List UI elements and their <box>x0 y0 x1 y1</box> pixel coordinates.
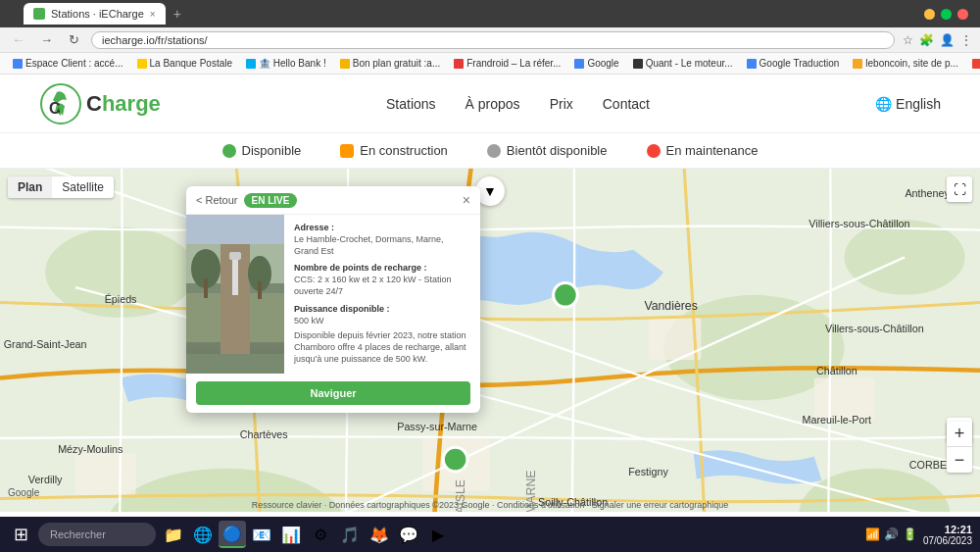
svg-rect-69 <box>258 281 262 299</box>
svg-point-54 <box>443 447 467 472</box>
tab-close-btn[interactable]: × <box>150 9 156 20</box>
bookmark-favicon <box>246 59 256 69</box>
popup-body: Adresse : Le Hamble-Crochet, Dormans, Ma… <box>186 215 480 374</box>
maintenance-label: En maintenance <box>666 143 759 158</box>
taskbar-app-firefox[interactable]: 🦊 <box>366 521 393 548</box>
taskbar-app-chrome[interactable]: 🔵 <box>219 521 246 548</box>
tab-bar: Stations · iECharge × + <box>24 3 916 25</box>
maximize-btn[interactable] <box>941 9 952 20</box>
logo-icon: C <box>39 82 82 125</box>
address-input[interactable] <box>91 31 895 49</box>
bientot-dot <box>487 144 501 158</box>
website-content: C Charge Stations À propos Prix Contact … <box>0 75 980 517</box>
points-value: CCS: 2 x 160 kw et 2 x 120 kW - Station … <box>294 275 470 297</box>
taskbar-app-edge[interactable]: 🌐 <box>189 521 217 548</box>
nav-links: Stations À propos Prix Contact <box>386 96 650 112</box>
bookmark-hello-bank[interactable]: 🏦 Hello Bank ! <box>241 57 331 70</box>
site-nav: C Charge Stations À propos Prix Contact … <box>0 75 980 133</box>
disponible-label: Disponible <box>242 143 302 158</box>
popup-info: Adresse : Le Hamble-Crochet, Dormans, Ma… <box>284 215 480 374</box>
nav-stations[interactable]: Stations <box>386 96 436 112</box>
tray-sound-icon: 🔊 <box>884 527 899 541</box>
navigate-btn[interactable]: Naviguer <box>196 381 470 405</box>
status-disponible: Disponible <box>222 143 302 158</box>
bookmark-banque-postale[interactable]: La Banque Postale <box>132 57 238 70</box>
back-btn[interactable]: ← <box>8 30 28 49</box>
svg-text:Passy-sur-Marne: Passy-sur-Marne <box>397 421 477 432</box>
bookmark-quant[interactable]: Quant - Le moteur... <box>628 57 738 70</box>
menu-icon[interactable]: ⋮ <box>960 33 972 47</box>
taskbar-app-messages[interactable]: 💬 <box>395 521 422 548</box>
map-zoom-controls: + − <box>947 422 972 473</box>
taskbar-app-settings[interactable]: ⚙ <box>307 521 334 548</box>
reload-btn[interactable]: ↻ <box>65 30 83 49</box>
satellite-btn[interactable]: Satellite <box>52 176 114 198</box>
svg-rect-70 <box>232 254 238 303</box>
popup-header-left: < Retour EN LIVE <box>196 193 297 208</box>
forward-btn[interactable]: → <box>36 30 57 49</box>
bookmark-mailo[interactable]: Mailo, la messageri... <box>967 57 980 70</box>
zoom-in-btn[interactable]: + <box>947 422 972 447</box>
bookmark-espace-client[interactable]: Espace Client : accé... <box>8 57 128 70</box>
status-bientot: Bientôt disponible <box>487 143 608 158</box>
svg-text:C: C <box>49 100 61 117</box>
new-tab-btn[interactable]: + <box>173 6 181 22</box>
minimize-btn[interactable] <box>924 9 935 20</box>
bookmark-bon-plan[interactable]: Bon plan gratuit :a... <box>335 57 446 70</box>
active-tab[interactable]: Stations · iECharge × <box>24 3 166 25</box>
popup-close-btn[interactable]: × <box>463 192 470 208</box>
profile-icon[interactable]: 👤 <box>940 33 955 47</box>
plan-btn[interactable]: Plan <box>8 176 52 198</box>
svg-text:Grand-Saint-Jean: Grand-Saint-Jean <box>4 338 87 350</box>
bookmark-favicon <box>853 59 862 69</box>
google-watermark: Google <box>8 487 39 498</box>
map-container[interactable]: Dormans Passy-sur-Marne Vandières Châtil… <box>0 169 980 512</box>
svg-rect-65 <box>186 215 284 244</box>
addr-value: Le Hamble-Crochet, Dormans, Marne, Grand… <box>294 234 470 257</box>
svg-text:Mareuil-le-Port: Mareuil-le-Port <box>803 414 872 426</box>
tray-network-icon: 📶 <box>865 527 880 541</box>
bookmark-leboncoin[interactable]: leboncoin, site de p... <box>848 57 963 70</box>
maintenance-dot <box>647 144 661 158</box>
popup-card: < Retour EN LIVE × <box>186 186 480 413</box>
bookmark-google[interactable]: Google <box>569 57 623 70</box>
bookmark-google-traduction[interactable]: Google Traduction <box>742 57 845 70</box>
svg-text:Chartèves: Chartèves <box>240 428 288 440</box>
taskbar-app-file-explorer[interactable]: 📁 <box>160 521 187 548</box>
bookmarks-bar: Espace Client : accé... La Banque Postal… <box>0 53 980 75</box>
svg-text:Vandières: Vandières <box>644 299 697 313</box>
map-attribution: Ressource clavier · Données cartographiq… <box>252 500 729 510</box>
nav-language[interactable]: 🌐 English <box>875 96 941 112</box>
nav-apropos[interactable]: À propos <box>466 96 520 112</box>
nav-contact[interactable]: Contact <box>603 96 650 112</box>
taskbar-clock[interactable]: 12:21 07/06/2023 <box>923 524 972 546</box>
taskbar-app-office[interactable]: 📊 <box>277 521 305 548</box>
svg-point-55 <box>554 283 578 308</box>
taskbar-tray: 📶 🔊 🔋 12:21 07/06/2023 <box>865 524 972 546</box>
zoom-out-btn[interactable]: − <box>947 447 972 473</box>
map-fullscreen-btn[interactable]: ⛶ <box>947 176 972 202</box>
popup-back-btn[interactable]: < Retour <box>196 194 238 206</box>
browser-chrome: Stations · iECharge × + <box>0 0 980 27</box>
map-type-buttons: Plan Satellite <box>8 176 114 198</box>
taskbar-app-music[interactable]: 🎵 <box>336 521 364 548</box>
svg-text:Antheney: Antheney <box>905 187 950 199</box>
extension-icon[interactable]: 🧩 <box>919 33 934 47</box>
window-close-btn[interactable] <box>957 9 968 20</box>
points-label: Nombre de points de recharge : <box>294 263 470 273</box>
taskbar-app-media[interactable]: ▶ <box>424 521 452 548</box>
bookmark-frandroid[interactable]: Frandroid – La réfer... <box>449 57 565 70</box>
bookmark-favicon <box>633 59 643 69</box>
logo[interactable]: C Charge <box>39 82 161 125</box>
taskbar-app-mail[interactable]: 📧 <box>248 521 275 548</box>
taskbar-search-input[interactable] <box>38 523 156 546</box>
bookmark-favicon <box>340 59 350 69</box>
taskbar-apps: 📁 🌐 🔵 📧 📊 ⚙ 🎵 🦊 💬 ▶ <box>160 521 861 548</box>
live-badge: EN LIVE <box>244 193 298 208</box>
status-maintenance: En maintenance <box>647 143 759 158</box>
bookmark-icon[interactable]: ☆ <box>903 33 913 47</box>
nav-prix[interactable]: Prix <box>550 96 573 112</box>
power-value: 500 kW <box>294 316 470 327</box>
start-button[interactable]: ⊞ <box>8 522 34 547</box>
svg-text:Festigny: Festigny <box>628 466 668 477</box>
